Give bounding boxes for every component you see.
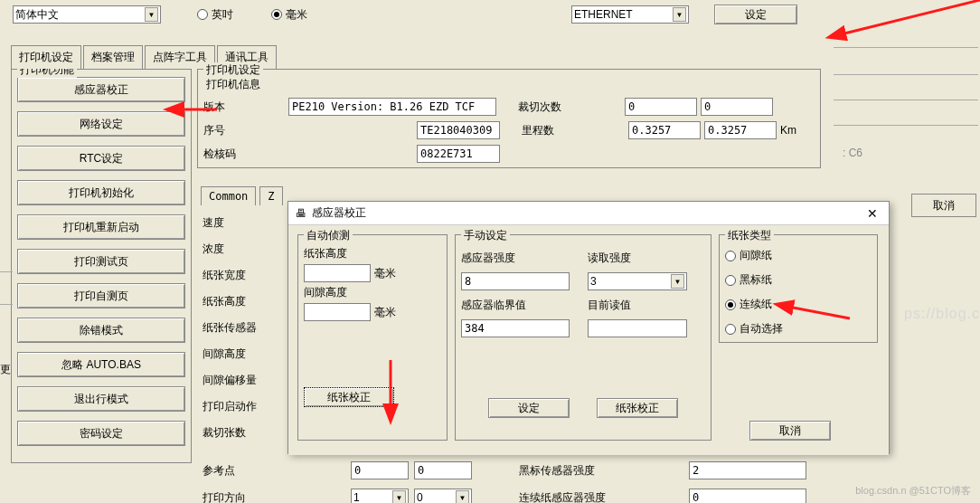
dialog-titlebar: 🖶 感应器校正 ✕ [288,202,889,225]
refpoint-x[interactable]: 0 [351,461,409,479]
mm-label-2: 毫米 [374,305,396,320]
read-strength-combo[interactable]: 3▼ [588,272,687,290]
mileage-label: 里程数 [522,123,576,138]
cut-count-label: 裁切次数 [518,100,572,115]
ref-row: 参考点 0 0 黑标传感器强度 2 [203,461,806,479]
paper-type-group: 纸张类型 间隙纸 黑标纸 连续纸 自动选择 [719,234,878,343]
mileage-1: 0.3257 [628,121,701,139]
dialog-title-text: 感应器校正 [312,205,366,221]
divider [0,271,13,272]
manual-group: 手动设定 感应器强度 读取强度 8 3▼ 感应器临界值 目前读值 384 设定 … [455,234,711,441]
serial-value: TE218040309 [417,121,500,139]
paper-gap-radio[interactable]: 间隙纸 [725,248,872,263]
radio-icon [725,251,736,261]
mileage-2: 0.3257 [704,121,777,139]
rtc-setting-button[interactable]: RTC设定 [17,146,185,171]
divider [834,74,978,75]
side-cancel-button[interactable]: 取消 [911,194,976,217]
paper-black-radio[interactable]: 黑标纸 [725,272,872,288]
chevron-down-icon: ▼ [673,7,686,22]
paper-continuous-radio[interactable]: 连续纸 [725,297,872,312]
radio-icon [725,275,736,286]
c6-text: : C6 [843,147,862,159]
sensor-strength-value[interactable]: 8 [461,272,570,290]
cut-count-label2: 裁切张数 [203,420,284,446]
cont-sensor-value[interactable]: 0 [689,489,806,503]
auto-legend: 自动侦测 [304,228,353,243]
cut-count-1: 0 [625,98,697,116]
paper-sensor-label: 纸张传感器 [203,315,284,341]
cut-count-2: 0 [701,98,773,116]
unit-mm-radio[interactable]: 毫米 [271,7,307,23]
info-legend1: 打印机设定 [203,62,263,78]
auto-gap-label: 间隙高度 [304,285,347,300]
printer-restart-button[interactable]: 打印机重新启动 [17,214,185,240]
unit-inch-label: 英吋 [212,7,233,23]
divider [834,47,978,48]
manual-calibrate-button[interactable]: 纸张校正 [597,398,678,418]
auto-calibrate-button[interactable]: 纸张校正 [304,387,394,407]
sub-tabs: Common Z [201,186,283,205]
edge-text: 更 [0,362,11,377]
print-test-page-button[interactable]: 打印测试页 [17,249,185,274]
auto-detect-group: 自动侦测 纸张高度 毫米 间隙高度 毫米 纸张校正 [297,234,448,441]
direction-1-combo[interactable]: 1▼ [351,489,409,503]
exit-line-mode-button[interactable]: 退出行模式 [17,386,185,412]
divider [0,304,13,305]
version-value: PE210 Version: B1.26 EZD TCF [288,98,496,116]
paper-auto-radio[interactable]: 自动选择 [725,321,872,337]
mm-label: 毫米 [374,266,396,281]
close-icon[interactable]: ✕ [863,204,881,223]
current-read-value [588,319,687,337]
divider [834,125,978,126]
tab-printer[interactable]: 打印机设定 [11,45,81,69]
print-selftest-button[interactable]: 打印自测页 [17,283,185,308]
chevron-down-icon: ▼ [456,490,469,503]
km-label: Km [780,124,796,137]
radio-icon [725,324,736,335]
version-label: 版本 [203,100,285,115]
gap-height-label: 间隙高度 [203,341,284,367]
refpoint-y[interactable]: 0 [414,461,472,479]
ignore-autobas-button[interactable]: 忽略 AUTO.BAS [17,352,185,377]
password-setting-button[interactable]: 密码设定 [17,421,185,446]
threshold-value[interactable]: 384 [461,319,570,337]
printer-init-button[interactable]: 打印机初始化 [17,180,185,205]
speed-label: 速度 [203,210,284,236]
dir-row: 打印方向 1▼ 0▼ 连续纸感应器强度 0 [203,489,806,503]
sensor-calibration-dialog: 🖶 感应器校正 ✕ 自动侦测 纸张高度 毫米 间隙高度 毫米 纸张校正 手动设定 [287,201,890,454]
language-combo[interactable]: 简体中文 ▼ [13,5,161,24]
chevron-down-icon: ▼ [145,7,158,22]
radio-icon [271,9,282,20]
subtab-z[interactable]: Z [259,186,282,205]
auto-height-input[interactable] [304,264,371,282]
network-setting-button[interactable]: 网络设定 [17,111,185,137]
auto-gap-input[interactable] [304,303,371,321]
sensor-strength-label: 感应器强度 [461,251,570,266]
set-button[interactable]: 设定 [714,5,797,24]
watermark-side: ps://blog.c [904,306,980,322]
dialog-cancel-button[interactable]: 取消 [749,421,831,441]
cont-sensor-label: 连续纸感应器强度 [519,490,627,504]
manual-set-button[interactable]: 设定 [488,398,570,418]
tab-file[interactable]: 档案管理 [83,45,143,69]
density-label: 浓度 [203,236,284,262]
divider [834,100,978,100]
debug-mode-button[interactable]: 除错模式 [17,318,185,343]
chevron-down-icon: ▼ [392,490,406,503]
checksum-label: 检核码 [203,147,285,162]
printer-info-box: 打印机设定 打印机信息 版本 PE210 Version: B1.26 EZD … [197,69,821,168]
interface-combo[interactable]: ETHERNET ▼ [571,5,689,24]
direction-2-combo[interactable]: 0▼ [414,489,472,503]
paper-width-label: 纸张宽度 [203,262,284,289]
black-sensor-value[interactable]: 2 [689,461,806,479]
top-bar: 简体中文 ▼ 英吋 毫米 ETHERNET ▼ 设定 [0,0,980,29]
unit-inch-radio[interactable]: 英吋 [197,7,233,23]
refpoint-label: 参考点 [203,463,284,479]
watermark-bottom: blog.csdn.n @51CTO博客 [855,484,971,498]
radio-icon [197,9,208,20]
auto-height-label: 纸张高度 [304,246,347,261]
black-sensor-label: 黑标传感器强度 [519,463,627,479]
sensor-calibrate-button[interactable]: 感应器校正 [17,77,185,102]
subtab-common[interactable]: Common [201,186,256,205]
